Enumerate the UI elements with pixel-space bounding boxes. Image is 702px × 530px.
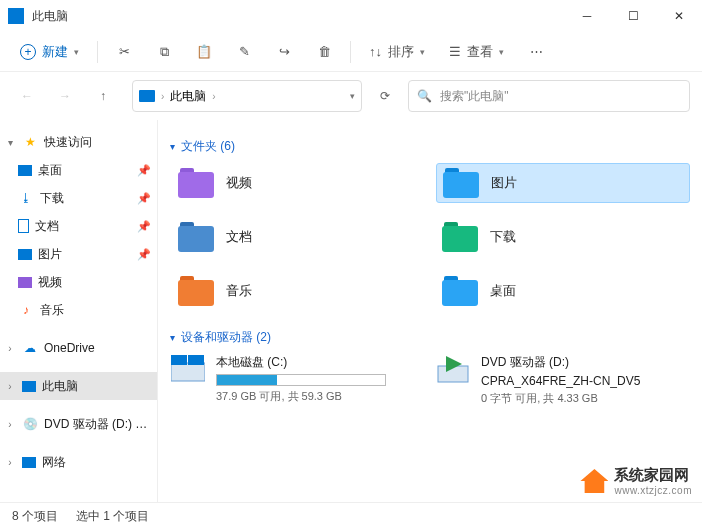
sidebar-item-pictures[interactable]: 图片 📌: [0, 240, 157, 268]
folder-label: 视频: [226, 174, 252, 192]
drive-item-d[interactable]: DVD 驱动器 (D:) CPRA_X64FRE_ZH-CN_DV5 0 字节 …: [435, 354, 690, 406]
minimize-button[interactable]: ─: [564, 0, 610, 32]
share-button[interactable]: ↪: [266, 37, 302, 67]
chevron-down-icon: ▾: [170, 141, 175, 152]
view-button[interactable]: ☰ 查看 ▾: [439, 37, 514, 67]
copy-button[interactable]: ⧉: [146, 37, 182, 67]
sidebar-item-onedrive[interactable]: › ☁ OneDrive: [0, 334, 157, 362]
disc-icon: 💿: [22, 416, 38, 432]
up-button[interactable]: ↑: [88, 81, 118, 111]
status-selected-count: 选中 1 个项目: [76, 508, 149, 525]
folder-item[interactable]: 音乐: [172, 271, 426, 311]
sidebar-item-dvd[interactable]: › 💿 DVD 驱动器 (D:) CPRA_X64FRE_ZH-CN_DV5: [0, 410, 157, 438]
video-icon: [18, 277, 32, 288]
sidebar-item-music[interactable]: ♪ 音乐: [0, 296, 157, 324]
toolbar: + 新建 ▾ ✂ ⧉ 📋 ✎ ↪ 🗑 ↑↓ 排序 ▾ ☰ 查看 ▾ ⋯: [0, 32, 702, 72]
trash-icon: 🗑: [318, 44, 331, 59]
sidebar-label: 此电脑: [42, 378, 151, 395]
drive-name: 本地磁盘 (C:): [216, 354, 386, 371]
drives-section-header[interactable]: ▾ 设备和驱动器 (2): [170, 329, 690, 346]
sort-icon: ↑↓: [369, 44, 382, 59]
folder-icon: [443, 168, 479, 198]
sidebar-item-videos[interactable]: 视频: [0, 268, 157, 296]
sidebar-label: 桌面: [38, 162, 131, 179]
separator: [97, 41, 98, 63]
drive-info: 0 字节 可用, 共 4.33 GB: [481, 391, 640, 406]
folder-item[interactable]: 文档: [172, 217, 426, 257]
folder-icon: [178, 276, 214, 306]
document-icon: [18, 219, 29, 233]
drive-sub: CPRA_X64FRE_ZH-CN_DV5: [481, 374, 640, 388]
music-icon: ♪: [18, 302, 34, 318]
svg-rect-2: [188, 355, 204, 365]
sidebar-item-documents[interactable]: 文档 📌: [0, 212, 157, 240]
folder-icon: [442, 222, 478, 252]
folder-item[interactable]: 下载: [436, 217, 690, 257]
drive-info: 37.9 GB 可用, 共 59.3 GB: [216, 389, 386, 404]
pin-icon: 📌: [137, 192, 151, 205]
sidebar-label: 快速访问: [44, 134, 151, 151]
folder-label: 音乐: [226, 282, 252, 300]
svg-rect-0: [171, 363, 205, 381]
chevron-right-icon[interactable]: ›: [4, 419, 16, 430]
sort-button[interactable]: ↑↓ 排序 ▾: [359, 37, 435, 67]
folders-section-header[interactable]: ▾ 文件夹 (6): [170, 138, 690, 155]
cut-button[interactable]: ✂: [106, 37, 142, 67]
pc-icon: [139, 90, 155, 102]
folder-label: 图片: [491, 174, 517, 192]
delete-button[interactable]: 🗑: [306, 37, 342, 67]
copy-icon: ⧉: [160, 44, 169, 60]
back-button[interactable]: ←: [12, 81, 42, 111]
more-button[interactable]: ⋯: [518, 37, 554, 67]
sidebar-label: DVD 驱动器 (D:) CPRA_X64FRE_ZH-CN_DV5: [44, 416, 151, 433]
maximize-button[interactable]: ☐: [610, 0, 656, 32]
chevron-down-icon[interactable]: ▾: [350, 91, 355, 101]
network-icon: [22, 457, 36, 468]
sidebar-label: 视频: [38, 274, 151, 291]
sidebar-item-downloads[interactable]: ⭳ 下载 📌: [0, 184, 157, 212]
refresh-button[interactable]: ⟳: [370, 81, 400, 111]
rename-icon: ✎: [239, 44, 250, 59]
title-bar: 此电脑 ─ ☐ ✕: [0, 0, 702, 32]
chevron-right-icon[interactable]: ›: [4, 381, 16, 392]
folder-label: 桌面: [490, 282, 516, 300]
status-item-count: 8 个项目: [12, 508, 58, 525]
search-icon: 🔍: [417, 89, 432, 103]
sidebar-item-desktop[interactable]: 桌面 📌: [0, 156, 157, 184]
sidebar-label: 下载: [40, 190, 131, 207]
folder-item[interactable]: 视频: [172, 163, 426, 203]
folder-item[interactable]: 图片: [436, 163, 690, 203]
sidebar-label: OneDrive: [44, 341, 151, 355]
view-icon: ☰: [449, 44, 461, 59]
breadcrumb-location[interactable]: 此电脑: [170, 88, 206, 105]
folder-item[interactable]: 桌面: [436, 271, 690, 311]
svg-rect-1: [171, 355, 187, 365]
sidebar-item-quick-access[interactable]: ▾ ★ 快速访问: [0, 128, 157, 156]
chevron-right-icon[interactable]: ›: [4, 457, 16, 468]
breadcrumb[interactable]: › 此电脑 › ▾: [132, 80, 362, 112]
sidebar-item-this-pc[interactable]: › 此电脑: [0, 372, 157, 400]
chevron-down-icon: ▾: [170, 332, 175, 343]
rename-button[interactable]: ✎: [226, 37, 262, 67]
new-button[interactable]: + 新建 ▾: [10, 37, 89, 67]
section-title: 文件夹 (6): [181, 138, 235, 155]
forward-button[interactable]: →: [50, 81, 80, 111]
app-icon: [8, 8, 24, 24]
clipboard-icon: 📋: [196, 44, 212, 59]
drive-usage-bar: [216, 374, 386, 386]
chevron-right-icon[interactable]: ›: [4, 343, 16, 354]
sidebar-label: 图片: [38, 246, 131, 263]
folder-icon: [178, 168, 214, 198]
chevron-right-icon: ›: [161, 91, 164, 102]
paste-button[interactable]: 📋: [186, 37, 222, 67]
chevron-down-icon[interactable]: ▾: [4, 137, 16, 148]
chevron-down-icon: ▾: [499, 47, 504, 57]
drive-item-c[interactable]: 本地磁盘 (C:) 37.9 GB 可用, 共 59.3 GB: [170, 354, 425, 406]
search-box[interactable]: 🔍 搜索"此电脑": [408, 80, 690, 112]
sidebar-item-network[interactable]: › 网络: [0, 448, 157, 476]
close-button[interactable]: ✕: [656, 0, 702, 32]
share-icon: ↪: [279, 44, 290, 59]
sidebar-label: 文档: [35, 218, 131, 235]
folder-icon: [178, 222, 214, 252]
desktop-icon: [18, 165, 32, 176]
